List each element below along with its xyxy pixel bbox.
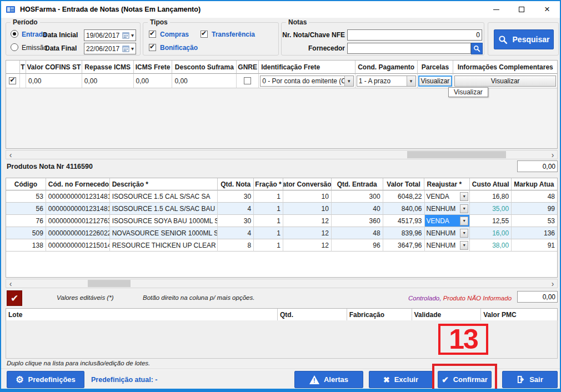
product-row[interactable]: 76 000000000012127630 ISOSOURCE SOYA BAU… — [6, 215, 557, 227]
cell-qtd-entrada[interactable]: 48 — [332, 227, 383, 239]
cell-custo-atual[interactable]: 38,00 — [470, 239, 512, 252]
cell-cod-fornecedor[interactable]: 000000000012314811 — [46, 203, 110, 215]
cell-cod-fornecedor[interactable]: 000000000012260227 — [46, 227, 110, 239]
checkbox-compras[interactable] — [149, 31, 156, 38]
scrollbar-thumb[interactable] — [88, 280, 131, 287]
chevron-down-icon[interactable]: ▾ — [407, 76, 415, 86]
gnre-checkbox[interactable] — [244, 77, 251, 84]
checkbox-bonificacao[interactable] — [149, 44, 156, 51]
notes-grid-hscrollbar[interactable]: ‹ › — [6, 150, 558, 159]
note-selected-checkbox[interactable] — [9, 77, 16, 84]
cell-fracao[interactable]: 1 — [254, 215, 283, 227]
cell-markup[interactable]: 136 — [512, 227, 557, 239]
chevron-down-icon[interactable]: ▾ — [460, 204, 468, 213]
identificacao-frete-select[interactable]: 0 - Por conta do emitente (CIF) ▾ — [260, 76, 354, 87]
cell-desconto-suframa[interactable]: 0,00 — [172, 74, 237, 88]
maximize-button[interactable] — [509, 1, 534, 18]
cell-custo-atual[interactable]: 16,00 — [470, 227, 512, 239]
fornecedor-input[interactable] — [349, 44, 469, 52]
cond-pagamento-select[interactable]: 1 - A prazo ▾ — [357, 76, 416, 87]
cell-fracao[interactable]: 1 — [254, 227, 283, 239]
products-grid-hscrollbar[interactable]: ‹ › — [6, 279, 558, 288]
reajustar-select[interactable]: VENDA▾ — [426, 192, 469, 202]
reajustar-select-focused[interactable]: VENDA▾ — [426, 216, 469, 226]
cell-valor-total[interactable]: 3647,96 — [383, 239, 425, 252]
cell-qtd-entrada[interactable]: 96 — [332, 239, 383, 252]
chevron-down-icon[interactable]: ▾ — [460, 241, 468, 250]
chevron-down-icon[interactable]: ▾ — [344, 76, 353, 86]
cell-valor-cofins-st[interactable]: 0,00 — [26, 74, 82, 88]
cell-descricao[interactable]: RESOURCE THICKEN UP CLEAR 125G — [110, 239, 218, 252]
cell-valor-total[interactable]: 4517,93 — [383, 215, 425, 227]
cell-codigo[interactable]: 509 — [6, 227, 46, 239]
cell-qtd-entrada[interactable]: 360 — [332, 215, 383, 227]
cell-fracao[interactable]: 1 — [254, 239, 283, 252]
cell-custo-atual[interactable]: 35,00 — [470, 203, 512, 215]
cell-fator-conversao[interactable]: 12 — [283, 215, 332, 227]
radio-emissao[interactable] — [11, 43, 18, 51]
cell-t[interactable] — [20, 74, 26, 88]
sair-button[interactable]: Sair — [502, 371, 558, 388]
excluir-button[interactable]: ✖ Excluir — [369, 371, 433, 388]
scroll-right-icon[interactable]: › — [548, 279, 557, 288]
cell-markup[interactable]: 48 — [512, 190, 557, 203]
chevron-down-icon[interactable]: ▾ — [460, 192, 468, 201]
cell-valor-total[interactable]: 6048,22 — [383, 190, 425, 203]
cell-markup[interactable]: 91 — [512, 239, 557, 252]
cell-qtd-nota[interactable]: 4 — [218, 203, 254, 215]
scroll-left-icon[interactable]: ‹ — [6, 150, 15, 159]
close-button[interactable]: × — [534, 1, 560, 18]
checkbox-transferencia[interactable] — [201, 31, 208, 38]
predefinicoes-button[interactable]: ⚙ Predefinições — [7, 371, 84, 388]
cell-qtd-entrada[interactable]: 40 — [332, 203, 383, 215]
product-row[interactable]: 138 000000000012150146 RESOURCE THICKEN … — [6, 239, 557, 252]
reajustar-select[interactable]: NENHUM▾ — [426, 204, 469, 214]
product-row[interactable]: 56 000000000012314811 ISOSOURCE 1.5 CAL … — [6, 203, 557, 215]
checkbox-bonificacao-label[interactable]: Bonificação — [160, 44, 198, 52]
scroll-right-icon[interactable]: › — [548, 150, 557, 159]
produtos-total-input[interactable] — [519, 163, 555, 170]
cell-markup[interactable]: 53 — [512, 215, 557, 227]
cell-fator-conversao[interactable]: 12 — [283, 227, 332, 239]
reajustar-select[interactable]: NENHUM▾ — [426, 240, 469, 250]
cell-fator-conversao[interactable]: 12 — [283, 239, 332, 252]
product-row[interactable]: 53 000000000012314810 ISOSOURCE 1.5 CAL … — [6, 190, 557, 203]
checkbox-compras-label[interactable]: Compras — [160, 31, 189, 38]
chevron-down-icon[interactable]: ▾ — [460, 217, 468, 225]
cell-qtd-nota[interactable]: 30 — [218, 215, 254, 227]
parcelas-visualizar-button[interactable]: Visualizar — [418, 76, 453, 87]
minimize-button[interactable] — [483, 1, 509, 18]
legend-value-input[interactable] — [519, 293, 555, 301]
cell-fracao[interactable]: 1 — [254, 190, 283, 203]
cell-codigo[interactable]: 76 — [6, 215, 46, 227]
cell-codigo[interactable]: 53 — [6, 190, 46, 203]
confirmar-button[interactable]: ✔ Confirmar — [438, 371, 492, 388]
radio-emissao-label[interactable]: Emissão — [22, 44, 47, 52]
cell-descricao[interactable]: ISOSOURCE 1.5 CAL S/SAC BAU SF — [110, 203, 218, 215]
scroll-left-icon[interactable]: ‹ — [6, 279, 15, 288]
chevron-down-icon[interactable]: ▾ — [460, 229, 468, 238]
chevron-down-icon[interactable]: ▾ — [131, 32, 134, 38]
cell-fracao[interactable]: 1 — [254, 203, 283, 215]
data-inicial-field[interactable]: 19/06/2017 ▾ — [84, 29, 136, 41]
cell-fator-conversao[interactable]: 10 — [283, 190, 332, 203]
cell-custo-atual[interactable]: 16,80 — [470, 190, 512, 203]
cell-valor-total[interactable]: 840,06 — [383, 203, 425, 215]
calendar-icon[interactable] — [122, 45, 129, 52]
info-complementares-visualizar-button[interactable]: Visualizar — [454, 76, 556, 87]
radio-entrada[interactable] — [11, 30, 18, 38]
cell-codigo[interactable]: 138 — [6, 239, 46, 252]
scrollbar-thumb[interactable] — [407, 151, 506, 158]
cell-qtd-nota[interactable]: 4 — [218, 227, 254, 239]
nr-nota-input[interactable] — [349, 31, 480, 39]
product-row[interactable]: 509 000000000012260227 NOVASOURCE SENIOR… — [6, 227, 557, 239]
cell-valor-total[interactable]: 839,96 — [383, 227, 425, 239]
cell-cod-fornecedor[interactable]: 000000000012150146 — [46, 239, 110, 252]
cell-repasse-icms[interactable]: 0,00 — [82, 74, 134, 88]
cell-qtd-entrada[interactable]: 300 — [332, 190, 383, 203]
pesquisar-button[interactable]: Pesquisar — [494, 29, 554, 49]
fornecedor-search-button[interactable] — [471, 43, 483, 54]
cell-descricao[interactable]: ISOSOURCE SOYA BAU 1000ML SA — [110, 215, 218, 227]
calendar-icon[interactable] — [122, 32, 129, 39]
cell-cod-fornecedor[interactable]: 000000000012127630 — [46, 215, 110, 227]
